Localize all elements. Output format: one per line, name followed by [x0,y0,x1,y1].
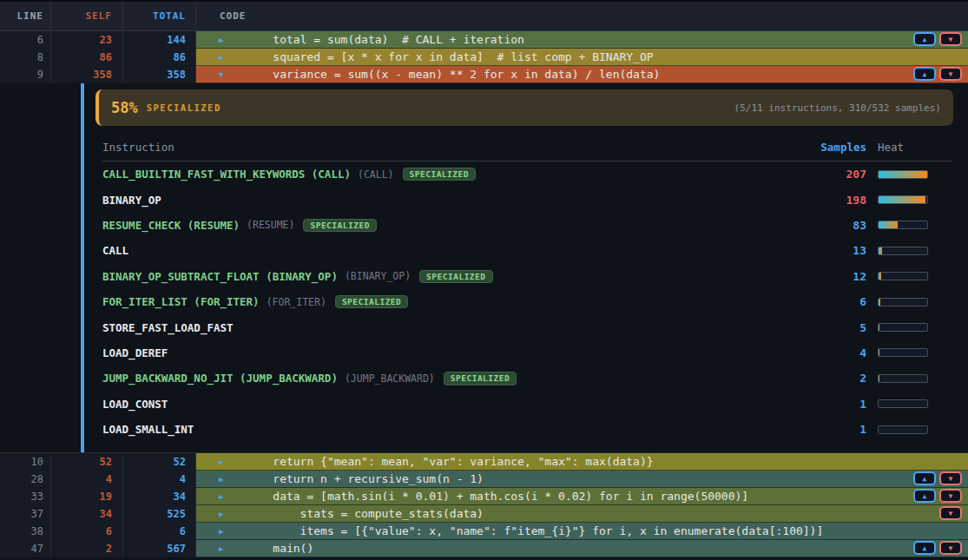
instruction-samples: 6 [762,295,866,308]
self-samples-cell: 52 [51,453,123,471]
heat-bar [878,195,952,204]
code-cell[interactable]: ▶ return n + recursive_sum(n - 1) ▲ ▼ [196,471,968,488]
code-text: main() [246,540,313,557]
code-rows-bottom: 10 52 52 ▶ return {"mean": mean, "var": … [0,452,968,557]
jump-up-button[interactable]: ▲ [913,489,936,503]
total-samples-cell: 144 [123,31,196,49]
expand-marker-icon[interactable]: ▶ [219,471,223,488]
expand-marker-icon[interactable]: ▶ [219,453,223,471]
code-line-row: 37 34 525 ▶ stats = compute_stats(data) … [0,505,968,523]
jump-down-button[interactable]: ▼ [939,541,962,555]
code-cell[interactable]: ▶ total = sum(data) # CALL + iteration ▲… [196,31,968,49]
code-cell[interactable]: ▶ stats = compute_stats(data) ▲ ▼ [196,505,968,523]
expansion-connector-line [81,83,84,452]
line-number-cell: 8 [0,49,51,66]
code-line-row: 33 19 34 ▶ data = [math.sin(i * 0.01) + … [0,488,968,505]
row-nav-buttons: ▲ ▼ [913,32,962,46]
code-text: variance = sum((x - mean) ** 2 for x in … [246,66,660,83]
expand-marker-icon[interactable]: ▶ [219,31,223,49]
instruction-samples: 5 [762,321,866,334]
heat-bar-track [878,298,928,306]
column-header-code: CODE [196,2,968,30]
instruction-samples: 83 [762,219,866,232]
code-cell[interactable]: ▶ data = [math.sin(i * 0.01) + math.cos(… [196,488,968,505]
instruction-table: Instruction Samples Heat CALL_BUILTIN_FA… [102,134,952,442]
code-line-row: 8 86 86 ▶ squared = [x * x for x in data… [0,49,968,66]
instruction-row: LOAD_SMALL_INT 1 [102,417,952,442]
instruction-rows: CALL_BUILTIN_FAST_WITH_KEYWORDS (CALL) (… [102,161,952,442]
total-samples-cell: 86 [123,49,196,66]
jump-down-button[interactable]: ▼ [939,506,962,520]
instruction-row: BINARY_OP_SUBTRACT_FLOAT (BINARY_OP) (BI… [102,264,952,289]
heat-bar-track [878,272,928,280]
code-text: return n + recursive_sum(n - 1) [246,471,484,488]
heat-bar [878,221,952,229]
expand-marker-icon[interactable]: ▶ [219,540,223,557]
heat-bar [878,374,952,383]
jump-up-button[interactable]: ▲ [913,67,936,81]
instruction-name: LOAD_CONST [102,398,168,411]
heat-bar-track [878,221,928,229]
instruction-samples: 1 [762,398,866,411]
column-header-instruction: Instruction [102,141,762,154]
jump-up-button[interactable]: ▲ [913,32,936,46]
profiler-view: LINE SELF TOTAL CODE 6 23 144 ▶ total = … [0,0,968,560]
code-cell[interactable]: ▶ items = [{"value": x, "name": f"item_{… [196,523,968,540]
jump-down-button[interactable]: ▼ [939,32,962,46]
heat-bar-fill [879,349,879,356]
heat-bar [878,399,952,408]
heat-bar [878,298,952,306]
heat-bar-track [878,425,928,434]
expand-marker-icon[interactable]: ▶ [219,488,223,505]
jump-up-button[interactable]: ▲ [913,541,936,555]
jump-down-button[interactable]: ▼ [939,489,962,503]
instruction-name: LOAD_DEREF [102,346,168,359]
heat-bar [878,348,952,357]
heat-bar-fill [879,324,879,331]
heat-bar-fill [879,196,925,203]
heat-bar [878,170,952,179]
specialization-banner: 58% SPECIALIZED (5/11 instructions, 310/… [95,89,953,126]
line-number-cell: 28 [0,471,51,488]
expand-marker-icon[interactable]: ▼ [219,66,223,83]
code-cell[interactable]: ▼ variance = sum((x - mean) ** 2 for x i… [196,66,968,83]
self-samples-cell: 358 [51,66,123,83]
specialized-badge: SPECIALIZED [335,295,408,309]
heat-bar-track [878,170,928,179]
expand-marker-icon[interactable]: ▶ [219,505,223,523]
line-number-cell: 9 [0,66,51,83]
self-samples-cell: 34 [51,505,123,523]
instruction-row: BINARY_OP 198 [102,187,952,212]
heat-bar-fill [879,299,880,306]
specialized-percent-label: SPECIALIZED [147,102,221,113]
heat-bar-fill [879,171,927,178]
expand-marker-icon[interactable]: ▶ [219,523,223,540]
total-samples-cell: 525 [123,505,196,523]
jump-up-button[interactable]: ▲ [913,471,936,485]
line-number-cell: 10 [0,453,51,471]
code-cell[interactable]: ▶ return {"mean": mean, "var": variance,… [196,453,968,471]
instruction-name: CALL [102,244,128,257]
instruction-samples: 198 [762,194,866,207]
code-line-row: 38 6 6 ▶ items = [{"value": x, "name": f… [0,523,968,540]
line-number-cell: 33 [0,488,51,505]
self-samples-cell: 19 [51,488,123,505]
expand-marker-icon[interactable]: ▶ [219,49,223,66]
instruction-name: JUMP_BACKWARD_NO_JIT (JUMP_BACKWARD) [102,372,338,385]
instruction-base-name: (JUMP_BACKWARD) [345,372,435,385]
code-cell[interactable]: ▶ squared = [x * x for x in data] # list… [196,49,968,66]
instruction-name: RESUME_CHECK (RESUME) [102,219,240,232]
instruction-name: BINARY_OP_SUBTRACT_FLOAT (BINARY_OP) [102,270,338,283]
instruction-row: LOAD_CONST 1 [102,392,952,417]
jump-down-button[interactable]: ▼ [939,67,962,81]
heat-bar-fill [879,247,882,254]
line-number-cell: 6 [0,31,51,49]
instruction-name: LOAD_SMALL_INT [102,423,194,436]
code-cell[interactable]: ▶ main() ▲ ▼ [196,540,968,557]
table-header: LINE SELF TOTAL CODE [0,0,968,31]
heat-bar-fill [879,221,898,228]
heat-bar-track [878,323,928,332]
row-nav-buttons: ▲ ▼ [913,471,962,485]
jump-down-button[interactable]: ▼ [939,471,962,485]
heat-bar [878,247,952,255]
